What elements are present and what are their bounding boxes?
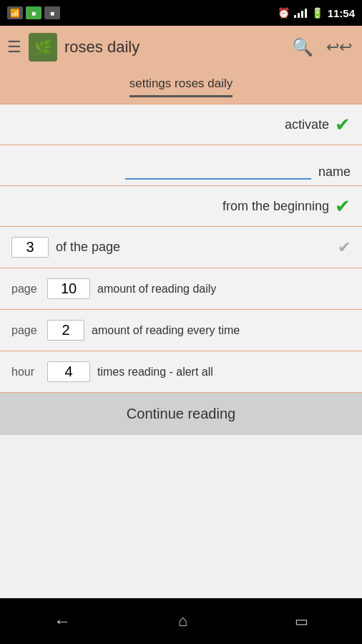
every-time-label: amount of reading every time <box>92 324 351 337</box>
activate-checkmark[interactable]: ✔ <box>335 115 351 134</box>
hour-label: times reading - alert all <box>97 366 351 379</box>
daily-page-prefix: page <box>11 283 40 296</box>
search-icon[interactable]: 🔍 <box>289 34 316 60</box>
app-notif-icon: ■ <box>44 6 60 19</box>
hour-prefix: hour <box>11 366 40 379</box>
of-page-input[interactable] <box>11 237 49 258</box>
back-nav-button[interactable]: ← <box>39 605 85 637</box>
alarm-icon: ⏰ <box>278 7 290 19</box>
name-input[interactable] <box>125 162 311 180</box>
app-icon: 🌿 <box>29 33 57 62</box>
of-page-checkmark[interactable]: ✔ <box>338 240 351 255</box>
from-beginning-label: from the beginning <box>222 199 329 214</box>
status-time: 11:54 <box>328 7 355 19</box>
notification-icon: ■ <box>26 6 41 19</box>
signal-bars <box>294 8 307 18</box>
daily-page-input[interactable] <box>47 278 90 299</box>
wifi-icon: 📶 <box>7 6 23 19</box>
settings-content: activate ✔ name from the beginning ✔ of … <box>0 104 362 435</box>
app-icon-emoji: 🌿 <box>34 39 52 56</box>
daily-page-label: amount of reading daily <box>97 283 351 296</box>
every-time-prefix: page <box>11 324 40 337</box>
hour-input[interactable] <box>47 361 90 382</box>
reply-all-icon[interactable]: ↩↩ <box>323 35 355 59</box>
status-bar: 📶 ■ ■ ⏰ 🔋 11:54 <box>0 0 362 26</box>
app-title: roses daily <box>64 38 282 57</box>
tab-bar: settings roses daily <box>0 69 362 104</box>
activate-row: activate ✔ <box>0 104 362 145</box>
of-page-row: of the page ✔ <box>0 226 362 268</box>
every-time-row: page amount of reading every time <box>0 309 362 351</box>
name-row: name <box>0 145 362 186</box>
from-beginning-checkmark[interactable]: ✔ <box>335 197 351 215</box>
hamburger-icon[interactable]: ☰ <box>7 38 21 57</box>
continue-reading-button[interactable]: Continue reading <box>0 393 362 435</box>
recent-nav-button[interactable]: ▭ <box>280 607 323 635</box>
bottom-nav: ← ⌂ ▭ <box>0 598 362 644</box>
app-bar: ☰ 🌿 roses daily 🔍 ↩↩ <box>0 26 362 69</box>
activate-label: activate <box>285 117 329 132</box>
hour-row: hour times reading - alert all <box>0 351 362 393</box>
home-nav-button[interactable]: ⌂ <box>164 606 202 636</box>
daily-reading-row: page amount of reading daily <box>0 268 362 310</box>
battery-icon: 🔋 <box>311 7 323 19</box>
from-beginning-row: from the beginning ✔ <box>0 185 362 227</box>
settings-tab[interactable]: settings roses daily <box>129 77 233 97</box>
every-time-input[interactable] <box>47 320 84 341</box>
of-page-label: of the page <box>56 240 331 255</box>
name-label: name <box>318 165 351 180</box>
